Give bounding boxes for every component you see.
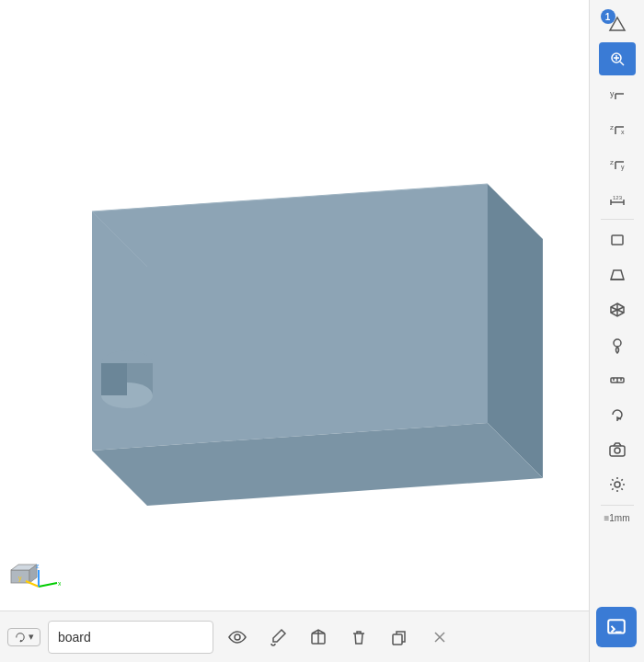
viewport[interactable]: x y z ▾ board <box>0 0 589 662</box>
bounding-box-button[interactable] <box>302 621 335 654</box>
svg-text:y: y <box>18 575 22 582</box>
svg-point-58 <box>615 448 620 453</box>
z-x-view-button[interactable]: z x <box>599 112 636 145</box>
box-icon <box>309 628 328 646</box>
svg-text:y: y <box>610 89 615 98</box>
svg-marker-46 <box>611 270 624 280</box>
right-toolbar: 1 y z x z <box>589 0 644 662</box>
svg-rect-7 <box>101 363 127 395</box>
svg-point-19 <box>235 634 240 640</box>
dims-icon: 123 <box>608 189 627 208</box>
material-button[interactable] <box>261 621 294 654</box>
pin-icon <box>608 336 627 354</box>
scale-label: ≡1mm <box>604 513 629 523</box>
svg-line-15 <box>26 581 39 587</box>
iso-icon <box>608 301 627 319</box>
perspective-button[interactable] <box>599 258 636 291</box>
svg-text:x: x <box>621 129 625 135</box>
rotate-3d-button[interactable] <box>599 398 636 431</box>
action-button[interactable] <box>596 607 637 647</box>
svg-rect-22 <box>393 634 402 645</box>
svg-marker-1 <box>92 184 488 451</box>
persp-icon <box>608 266 627 284</box>
paint-icon <box>269 628 287 646</box>
visibility-button[interactable] <box>221 621 254 654</box>
orthographic-button[interactable] <box>599 223 636 257</box>
svg-rect-60 <box>608 620 625 633</box>
badge-number: 1 <box>601 9 615 24</box>
axes-widget: x y z <box>9 561 61 601</box>
svg-text:z: z <box>610 123 614 131</box>
svg-text:z: z <box>36 563 40 569</box>
x-icon <box>431 628 449 646</box>
delete-button[interactable] <box>342 621 375 654</box>
bottom-bar: ▾ board <box>0 611 589 662</box>
gear-icon <box>608 475 627 494</box>
svg-point-59 <box>615 482 620 487</box>
svg-text:z: z <box>610 158 614 166</box>
eye-icon <box>228 628 247 646</box>
svg-text:x: x <box>58 580 61 587</box>
svg-rect-45 <box>612 235 623 245</box>
z-y-view-button[interactable]: z y <box>599 147 636 180</box>
object-name-display: board <box>48 621 213 654</box>
y-axis-view-button[interactable]: y <box>599 77 636 110</box>
measure-button[interactable] <box>599 363 636 396</box>
3d-scene[interactable] <box>0 0 589 662</box>
duplicate-button[interactable] <box>383 621 416 654</box>
copy-icon <box>390 628 408 646</box>
zoom-fit-button[interactable] <box>599 42 636 75</box>
settings-button[interactable] <box>599 468 636 501</box>
pin-button[interactable] <box>599 328 636 361</box>
camera-icon <box>608 440 627 459</box>
object-name-text: board <box>58 630 91 645</box>
zoom-icon <box>608 50 627 68</box>
camera-button[interactable] <box>599 433 636 466</box>
rotate-view-button[interactable]: ▾ <box>7 628 40 646</box>
z-x-icon: z x <box>608 120 627 138</box>
trash-icon <box>350 628 368 646</box>
close-button[interactable] <box>423 621 456 654</box>
measure-icon <box>608 371 627 389</box>
divider-1 <box>601 219 634 220</box>
y-axis-icon: y <box>608 85 627 103</box>
rotate3d-icon <box>608 405 627 424</box>
svg-line-27 <box>620 62 624 65</box>
isometric-button[interactable] <box>599 293 636 326</box>
svg-text:y: y <box>621 164 625 171</box>
rotate-label: ▾ <box>29 631 34 643</box>
terminal-icon <box>606 617 627 637</box>
svg-line-13 <box>39 583 57 587</box>
z-y-icon: z y <box>608 154 627 173</box>
fit-view-button[interactable]: 1 <box>599 7 636 40</box>
dimensions-button[interactable]: 123 <box>599 182 636 215</box>
ortho-icon <box>608 231 627 249</box>
svg-text:123: 123 <box>613 195 623 200</box>
svg-point-52 <box>614 339 621 347</box>
divider-2 <box>601 505 634 506</box>
